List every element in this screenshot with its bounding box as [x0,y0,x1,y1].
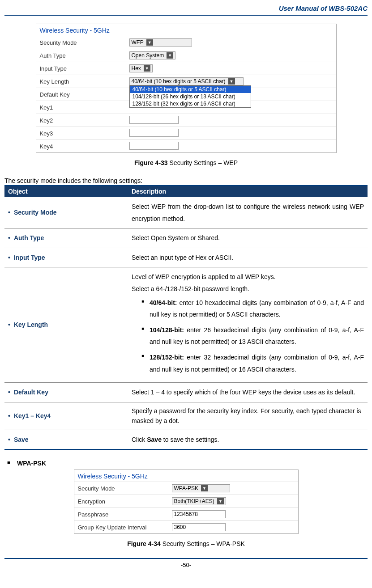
caret-icon: ▼ [144,65,150,72]
table-row: Security Mode Select WEP from the drop-d… [4,197,368,228]
label-wpa-secmode: Security Mode [78,485,172,492]
input-key2[interactable] [129,116,179,124]
input-wpa-passphrase[interactable]: 12345678 [172,510,226,518]
table-header-row: Object Description [4,186,368,197]
intro-text: The security mode includes the following… [4,177,368,184]
caret-icon: ▼ [201,485,208,491]
figure-1-wrapper: Wireless Security - 5GHz Security Mode W… [4,24,368,153]
label-default-key: Default Key [40,91,129,98]
select-key-length-value: 40/64-bit (10 hex digits or 5 ASCII char… [132,78,226,85]
desc-default-key: Select 1 – 4 to specify which of the fou… [128,383,368,402]
obj-key1-4: Key1 – Key4 [8,412,51,419]
obj-save: Save [8,436,29,443]
page-number: -50- [181,562,191,568]
input-wpa-gkui[interactable]: 3600 [172,523,226,531]
figure-2-label: Figure 4-34 [127,540,161,547]
desc-key-length: Level of WEP encryption is applied to al… [128,267,368,383]
kl-b3-label: 128/152-bit: [150,354,184,361]
key-length-option-0[interactable]: 40/64-bit (10 hex digits or 5 ASCII char… [130,86,251,93]
figure-2-caption: Figure 4-34 Security Settings – WPA-PSK [4,540,368,547]
label-key3: Key3 [40,130,129,137]
select-security-mode-value: WEP [132,39,144,46]
table-row: Input Type Select an input type of Hex o… [4,248,368,267]
select-wpa-encryption[interactable]: Both(TKIP+AES) ▼ [172,497,226,505]
input-key4[interactable] [129,142,179,150]
caret-icon: ▼ [217,498,224,504]
key-length-option-1[interactable]: 104/128-bit (26 hex digits or 13 ASCII c… [130,93,251,100]
kl-b1-text: enter 10 hexadecimal digits (any combina… [150,299,364,318]
label-auth-type: Auth Type [40,52,129,59]
input-key3[interactable] [129,129,179,137]
select-wpa-secmode[interactable]: WPA-PSK ▼ [172,484,230,492]
table-row: Key Length Level of WEP encryption is ap… [4,267,368,383]
desc-input-type: Select an input type of Hex or ASCII. [128,248,368,267]
row-wpa-passphrase: Passphrase 12345678 [74,508,298,520]
wpa-psk-heading: WPA-PSK [17,460,368,467]
row-wpa-gkui: Group Key Update Interval 3600 [74,520,298,533]
select-auth-type-value: Open System [132,52,164,59]
desc-key1-4: Specify a password for the security key … [128,402,368,430]
row-wpa-encryption: Encryption Both(TKIP+AES) ▼ [74,495,298,508]
obj-input-type: Input Type [8,254,45,261]
figure-1-caption: Figure 4-33 Security Settings – WEP [4,159,368,166]
kl-bullet-3: 128/152-bit: enter 32 hexadecimal digits… [141,351,364,375]
select-auth-type[interactable]: Open System ▼ [129,51,176,59]
wpa-screenshot: Wireless Security - 5GHz Security Mode W… [74,470,299,534]
caret-icon: ▼ [167,52,173,59]
label-wpa-passphrase: Passphrase [78,511,172,518]
table-row: Default Key Select 1 – 4 to specify whic… [4,383,368,402]
caret-icon: ▼ [146,39,153,46]
page-header-title: User Manual of WBS-502AC [4,4,368,16]
select-wpa-encryption-value: Both(TKIP+AES) [174,498,214,504]
select-wpa-secmode-value: WPA-PSK [174,485,198,491]
row-key3: Key3 [36,127,336,140]
wep-panel-title: Wireless Security - 5GHz [36,24,336,36]
label-wpa-gkui: Group Key Update Interval [78,524,172,531]
kl-b1-label: 40/64-bit: [150,299,177,306]
select-input-type[interactable]: Hex ▼ [129,64,153,72]
row-security-mode: Security Mode WEP ▼ [36,36,336,49]
figure-1-caption-text: Security Settings – WEP [168,159,238,166]
save-pre: Click [132,436,147,443]
kl-b2-label: 104/128-bit: [150,326,184,334]
table-row: Key1 – Key4 Specify a password for the s… [4,402,368,430]
label-security-mode: Security Mode [40,39,129,46]
table-row: Save Click Save to save the settings. [4,430,368,449]
caret-icon: ▼ [228,78,235,85]
obj-default-key: Default Key [8,389,48,396]
row-input-type: Input Type Hex ▼ [36,62,336,75]
th-description: Description [128,186,368,197]
kl-bullet-1: 40/64-bit: enter 10 hexadecimal digits (… [141,297,364,321]
select-security-mode[interactable]: WEP ▼ [129,38,192,47]
page-footer: -50- [4,558,368,568]
label-key4: Key4 [40,143,129,150]
desc-save: Click Save to save the settings. [128,430,368,449]
desc-auth-type: Select Open System or Shared. [128,228,368,248]
label-key-length: Key Length [40,78,129,85]
obj-auth-type: Auth Type [8,234,44,241]
figure-1-label: Figure 4-33 [134,159,168,166]
wep-screenshot: Wireless Security - 5GHz Security Mode W… [36,24,337,153]
th-object: Object [4,186,128,197]
definitions-table: Object Description Security Mode Select … [4,185,368,450]
label-wpa-encryption: Encryption [78,498,172,505]
key-length-dropdown[interactable]: 40/64-bit (10 hex digits or 5 ASCII char… [129,85,251,108]
save-post: to save the settings. [162,436,219,443]
figure-2-wrapper: Wireless Security - 5GHz Security Mode W… [4,470,368,534]
row-key4: Key4 [36,140,336,152]
save-bold: Save [147,436,162,443]
desc-security-mode: Select WEP from the drop-down list to co… [128,197,368,228]
obj-security-mode: Security Mode [8,209,57,216]
key-length-option-2[interactable]: 128/152-bit (32 hex digits or 16 ASCII c… [130,100,251,107]
select-input-type-value: Hex [132,65,141,72]
figure-2-caption-text: Security Settings – WPA-PSK [161,540,245,547]
label-input-type: Input Type [40,65,129,72]
row-auth-type: Auth Type Open System ▼ [36,49,336,62]
select-key-length[interactable]: 40/64-bit (10 hex digits or 5 ASCII char… [129,77,244,85]
wpa-panel-title: Wireless Security - 5GHz [74,470,298,482]
table-row: Auth Type Select Open System or Shared. [4,228,368,248]
kl-intro1: Level of WEP encryption is applied to al… [132,271,364,283]
row-key-length: Key Length 40/64-bit (10 hex digits or 5… [36,75,336,88]
row-wpa-secmode: Security Mode WPA-PSK ▼ [74,482,298,495]
kl-bullet-2: 104/128-bit: enter 26 hexadecimal digits… [141,324,364,348]
